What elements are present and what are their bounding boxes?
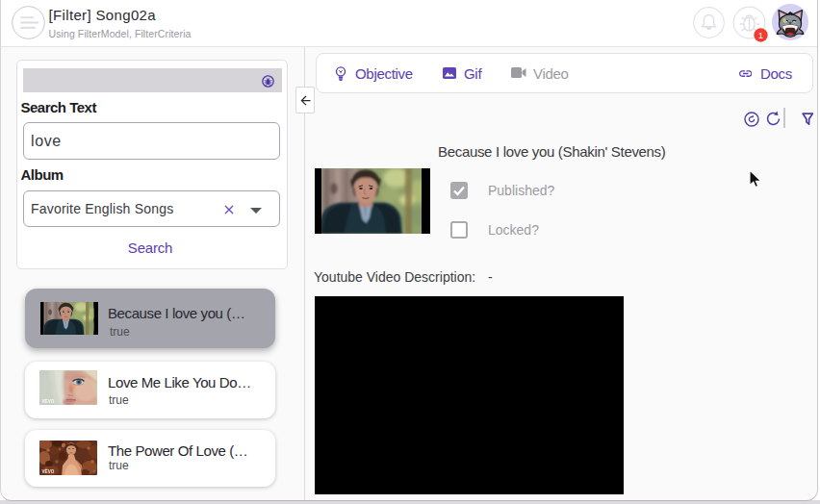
svg-text:1: 1 xyxy=(758,30,763,40)
